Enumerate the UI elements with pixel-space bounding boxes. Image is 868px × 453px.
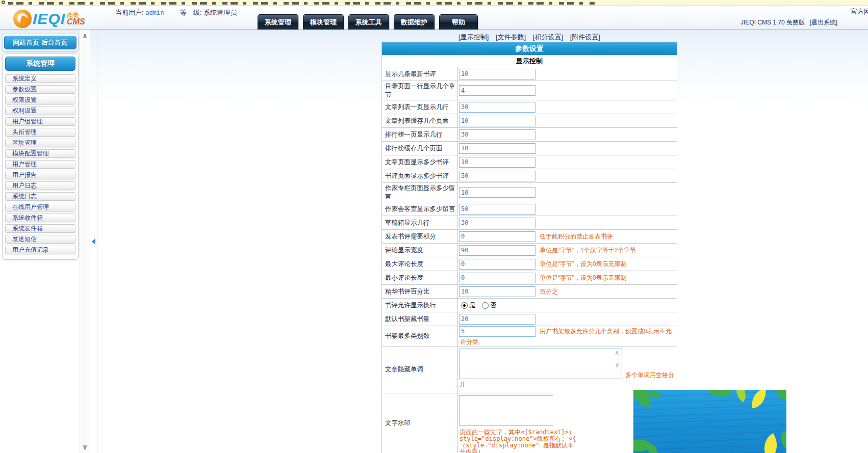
- sidebar-item-inbox[interactable]: 系统收件箱: [5, 214, 75, 222]
- field-label: 文章隐藏单词: [382, 347, 458, 393]
- field-input[interactable]: [459, 231, 535, 242]
- radio-yes-label[interactable]: 是: [469, 301, 476, 310]
- tab-system-tools[interactable]: 系统工具: [348, 14, 389, 30]
- textarea-scrollbar[interactable]: ∧ ∨: [613, 350, 621, 378]
- field-input[interactable]: [459, 314, 535, 325]
- field-label: 作家会客室显示多少留言: [382, 202, 458, 216]
- field-hint: 用户书架最多允许分几个类别，设置成0表示不允: [540, 328, 672, 335]
- field-input[interactable]: [459, 286, 535, 297]
- sidebar-item-permission[interactable]: 权限设置: [5, 96, 75, 104]
- sidebar-item-send-sms[interactable]: 发送短信: [5, 235, 75, 244]
- scroll-down-icon[interactable]: ∨: [80, 443, 90, 451]
- official-site-link[interactable]: 官方网站: [851, 7, 868, 16]
- field-input[interactable]: [459, 143, 535, 154]
- field-label: 评论显示宽度: [382, 244, 458, 257]
- radio-yes[interactable]: [461, 302, 468, 309]
- tab-help[interactable]: 帮助: [439, 14, 478, 30]
- hidden-words-textarea[interactable]: [459, 349, 622, 379]
- field-input[interactable]: [459, 171, 535, 181]
- tab-system-manage[interactable]: 系统管理: [258, 14, 298, 30]
- subnav-attachment-settings[interactable]: [附件设置]: [570, 33, 600, 41]
- bullet-icon: [2, 1, 5, 4]
- field-label: 发表书评需要积分: [382, 230, 458, 243]
- scroll-up-icon[interactable]: ∧: [80, 32, 90, 40]
- field-hint: 单位是“字节”，设为0表示无限制: [540, 260, 627, 269]
- field-label: 文章列表缓存几个页面: [382, 114, 458, 127]
- table-row: 作家专栏页面显示多少留言: [382, 183, 677, 202]
- sidebar-scrollbar[interactable]: ∧ ∨: [80, 30, 90, 453]
- tab-data-maintain[interactable]: 数据维护: [394, 14, 435, 30]
- field-hint: 单位是“字节”，设为0表示无限制: [540, 274, 627, 282]
- sidebar-item-usergroup[interactable]: 用户组管理: [5, 117, 75, 126]
- sidebar-item-user-log[interactable]: 用户日志: [5, 181, 75, 190]
- page-title: 参数设置: [382, 42, 677, 55]
- sidebar-item-recharge-log[interactable]: 用户充值记录: [5, 246, 75, 254]
- field-input[interactable]: [459, 157, 535, 168]
- field-hint-wrap: 许分类。: [460, 338, 484, 347]
- field-input[interactable]: [459, 69, 535, 79]
- radio-no[interactable]: [482, 302, 489, 309]
- user-label: 当前用户:: [115, 9, 144, 16]
- table-row: 书架最多类别数 用户书架最多允许分几个类别，设置成0表示不允 许分类。: [382, 326, 677, 347]
- field-label: 草稿箱显示几行: [382, 216, 458, 229]
- field-input[interactable]: [459, 326, 535, 337]
- radio-no-label[interactable]: 否: [490, 301, 497, 310]
- sidebar-item-rights[interactable]: 权利设置: [5, 106, 75, 115]
- subnav-file-params[interactable]: [文件参数]: [496, 33, 526, 41]
- field-input[interactable]: [459, 116, 535, 126]
- watermark-hint-lines: 页面的一些文字，其中<{$randtext}>） style="display:…: [459, 429, 612, 453]
- subnav-display-control[interactable]: [显示控制]: [458, 33, 489, 41]
- sidebar-item-outbox[interactable]: 系统发件箱: [5, 224, 75, 233]
- field-hint: 单位是“字节”，1个汉字等于2个字节: [540, 246, 636, 255]
- tab-module-manage[interactable]: 模块管理: [303, 14, 344, 30]
- logout-link[interactable]: [退出系统]: [809, 19, 837, 26]
- home-buttons-card: 网站首页 后台首页: [2, 34, 79, 51]
- sidebar-item-param-settings[interactable]: 参数设置: [5, 85, 75, 94]
- table-row: 草稿箱显示几行: [382, 216, 677, 230]
- field-label: 默认书架藏书量: [382, 312, 458, 326]
- version-text: JIEQI CMS 1.70 免费版: [741, 19, 805, 26]
- logo-text: IEQI: [33, 10, 65, 28]
- field-input[interactable]: [459, 204, 535, 215]
- field-label: 书架最多类别数: [382, 326, 458, 346]
- field-input[interactable]: [459, 273, 535, 283]
- field-input[interactable]: [459, 218, 535, 228]
- field-input[interactable]: [459, 245, 535, 256]
- hint-line: 分内容）: [459, 449, 612, 453]
- current-user-info: 当前用户: admin 等 级: 系统管理员: [115, 8, 237, 17]
- field-input[interactable]: [459, 102, 535, 113]
- sidebar-item-user-report[interactable]: 用户报告: [5, 171, 75, 179]
- settings-subnav: [显示控制] [文件参数] [积分设置] [附件设置]: [381, 33, 677, 42]
- scroll-down-icon[interactable]: ∨: [613, 362, 621, 368]
- collapse-sidebar-icon[interactable]: [92, 238, 95, 245]
- field-hint: 百分之: [540, 287, 558, 296]
- ad-banner-image[interactable]: [633, 390, 786, 453]
- table-row: 默认书架藏书量: [382, 312, 677, 326]
- field-label: 排行榜缓存几个页面: [382, 142, 458, 155]
- sidebar-item-user-manage[interactable]: 用户管理: [5, 160, 75, 169]
- field-label: 最大评论长度: [382, 257, 458, 271]
- sidebar-item-system-define[interactable]: 系统定义: [5, 74, 75, 83]
- section-header: 显示控制: [382, 55, 677, 67]
- field-input[interactable]: [459, 85, 535, 96]
- sidebar-section-title[interactable]: 系统管理: [5, 57, 75, 71]
- logo-cms: CMS: [67, 18, 85, 26]
- table-row: 目录页面一行显示几个章节: [382, 81, 677, 100]
- field-label: 书评允许显示换行: [382, 299, 458, 312]
- field-label: 文章页面显示多少书评: [382, 155, 458, 169]
- sidebar-item-titles[interactable]: 头衔管理: [5, 128, 75, 137]
- field-input[interactable]: [459, 259, 535, 270]
- field-input[interactable]: [459, 187, 535, 198]
- sidebar-item-online-users[interactable]: 在线用户管理: [5, 203, 75, 211]
- sidebar-divider: [97, 30, 97, 453]
- sidebar-item-blocks[interactable]: 区块管理: [5, 139, 75, 147]
- scroll-up-icon[interactable]: ∧: [613, 350, 621, 356]
- home-buttons[interactable]: 网站首页 后台首页: [4, 36, 76, 49]
- table-row: 文章页面显示多少书评: [382, 155, 677, 169]
- browser-strip: [0, 0, 868, 6]
- subnav-score-settings[interactable]: [积分设置]: [533, 33, 563, 41]
- field-input[interactable]: [459, 129, 535, 140]
- table-row: 文章列表缓存几个页面: [382, 114, 677, 128]
- sidebar-item-system-log[interactable]: 系统日志: [5, 192, 75, 201]
- sidebar-item-module-config[interactable]: 模块配置管理: [5, 149, 75, 158]
